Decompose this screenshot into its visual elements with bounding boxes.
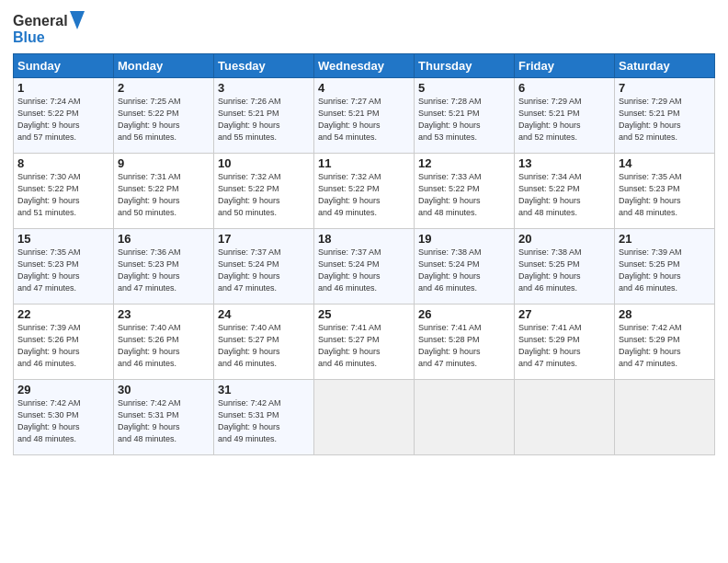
cell-info: Sunrise: 7:29 AMSunset: 5:21 PMDaylight:… — [518, 96, 610, 144]
calendar-week-row: 29Sunrise: 7:42 AMSunset: 5:30 PMDayligh… — [14, 380, 715, 455]
calendar-cell: 29Sunrise: 7:42 AMSunset: 5:30 PMDayligh… — [14, 380, 114, 455]
cell-info: Sunrise: 7:40 AMSunset: 5:26 PMDaylight:… — [118, 322, 210, 370]
day-number: 31 — [218, 383, 310, 396]
svg-text:General: General — [13, 13, 68, 29]
svg-marker-2 — [70, 11, 85, 29]
svg-text:Blue: Blue — [13, 29, 45, 45]
day-number: 26 — [418, 307, 510, 321]
cell-info: Sunrise: 7:35 AMSunset: 5:23 PMDaylight:… — [17, 247, 109, 294]
weekday-header-monday: Monday — [114, 54, 214, 78]
day-number: 22 — [17, 307, 109, 321]
logo: GeneralBlue — [13, 9, 86, 46]
calendar-cell — [515, 380, 615, 455]
day-number: 14 — [619, 156, 711, 170]
cell-info: Sunrise: 7:25 AMSunset: 5:22 PMDaylight:… — [118, 96, 210, 144]
calendar-cell: 20Sunrise: 7:38 AMSunset: 5:25 PMDayligh… — [515, 229, 615, 304]
day-number: 18 — [318, 232, 410, 246]
cell-info: Sunrise: 7:37 AMSunset: 5:24 PMDaylight:… — [318, 247, 410, 294]
cell-info: Sunrise: 7:41 AMSunset: 5:27 PMDaylight:… — [318, 322, 410, 370]
cell-info: Sunrise: 7:39 AMSunset: 5:26 PMDaylight:… — [17, 322, 109, 370]
calendar-cell — [415, 380, 515, 455]
calendar-week-row: 1Sunrise: 7:24 AMSunset: 5:22 PMDaylight… — [14, 78, 715, 154]
cell-info: Sunrise: 7:31 AMSunset: 5:22 PMDaylight:… — [118, 171, 210, 219]
calendar-week-row: 8Sunrise: 7:30 AMSunset: 5:22 PMDaylight… — [14, 154, 715, 229]
cell-info: Sunrise: 7:24 AMSunset: 5:22 PMDaylight:… — [17, 96, 109, 144]
day-number: 29 — [17, 383, 109, 396]
calendar-cell: 21Sunrise: 7:39 AMSunset: 5:25 PMDayligh… — [615, 229, 715, 304]
calendar-cell: 19Sunrise: 7:38 AMSunset: 5:24 PMDayligh… — [415, 229, 515, 304]
day-number: 16 — [118, 232, 210, 246]
cell-info: Sunrise: 7:39 AMSunset: 5:25 PMDaylight:… — [619, 247, 711, 294]
calendar-cell: 4Sunrise: 7:27 AMSunset: 5:21 PMDaylight… — [314, 78, 415, 154]
day-number: 5 — [418, 81, 510, 95]
calendar-cell: 12Sunrise: 7:33 AMSunset: 5:22 PMDayligh… — [415, 154, 515, 229]
calendar-cell: 9Sunrise: 7:31 AMSunset: 5:22 PMDaylight… — [114, 154, 214, 229]
calendar-cell: 5Sunrise: 7:28 AMSunset: 5:21 PMDaylight… — [415, 78, 515, 154]
weekday-header-tuesday: Tuesday — [214, 54, 314, 78]
cell-info: Sunrise: 7:34 AMSunset: 5:22 PMDaylight:… — [518, 171, 610, 219]
calendar-cell: 27Sunrise: 7:41 AMSunset: 5:29 PMDayligh… — [515, 304, 615, 380]
calendar-cell: 22Sunrise: 7:39 AMSunset: 5:26 PMDayligh… — [14, 304, 114, 380]
cell-info: Sunrise: 7:40 AMSunset: 5:27 PMDaylight:… — [218, 322, 310, 370]
cell-info: Sunrise: 7:29 AMSunset: 5:21 PMDaylight:… — [619, 96, 711, 144]
day-number: 28 — [619, 307, 711, 321]
calendar-cell: 13Sunrise: 7:34 AMSunset: 5:22 PMDayligh… — [515, 154, 615, 229]
day-number: 8 — [17, 156, 109, 170]
day-number: 24 — [218, 307, 310, 321]
calendar-cell: 10Sunrise: 7:32 AMSunset: 5:22 PMDayligh… — [214, 154, 314, 229]
calendar-table: SundayMondayTuesdayWednesdayThursdayFrid… — [13, 53, 715, 455]
calendar-cell: 8Sunrise: 7:30 AMSunset: 5:22 PMDaylight… — [14, 154, 114, 229]
day-number: 17 — [218, 232, 310, 246]
calendar-cell: 14Sunrise: 7:35 AMSunset: 5:23 PMDayligh… — [615, 154, 715, 229]
day-number: 19 — [418, 232, 510, 246]
cell-info: Sunrise: 7:27 AMSunset: 5:21 PMDaylight:… — [318, 96, 410, 144]
day-number: 9 — [118, 156, 210, 170]
day-number: 12 — [418, 156, 510, 170]
cell-info: Sunrise: 7:38 AMSunset: 5:25 PMDaylight:… — [518, 247, 610, 294]
cell-info: Sunrise: 7:38 AMSunset: 5:24 PMDaylight:… — [418, 247, 510, 294]
logo-icon: GeneralBlue — [13, 9, 86, 46]
calendar-cell: 18Sunrise: 7:37 AMSunset: 5:24 PMDayligh… — [314, 229, 415, 304]
calendar-cell: 17Sunrise: 7:37 AMSunset: 5:24 PMDayligh… — [214, 229, 314, 304]
day-number: 21 — [619, 232, 711, 246]
day-number: 25 — [318, 307, 410, 321]
weekday-header-sunday: Sunday — [14, 54, 114, 78]
calendar-cell: 30Sunrise: 7:42 AMSunset: 5:31 PMDayligh… — [114, 380, 214, 455]
cell-info: Sunrise: 7:41 AMSunset: 5:29 PMDaylight:… — [518, 322, 610, 370]
day-number: 27 — [518, 307, 610, 321]
cell-info: Sunrise: 7:36 AMSunset: 5:23 PMDaylight:… — [118, 247, 210, 294]
calendar-cell: 1Sunrise: 7:24 AMSunset: 5:22 PMDaylight… — [14, 78, 114, 154]
day-number: 10 — [218, 156, 310, 170]
day-number: 6 — [518, 81, 610, 95]
calendar-cell: 2Sunrise: 7:25 AMSunset: 5:22 PMDaylight… — [114, 78, 214, 154]
calendar-cell: 6Sunrise: 7:29 AMSunset: 5:21 PMDaylight… — [515, 78, 615, 154]
calendar-cell: 24Sunrise: 7:40 AMSunset: 5:27 PMDayligh… — [214, 304, 314, 380]
calendar-cell: 3Sunrise: 7:26 AMSunset: 5:21 PMDaylight… — [214, 78, 314, 154]
weekday-header-wednesday: Wednesday — [314, 54, 415, 78]
day-number: 7 — [619, 81, 711, 95]
cell-info: Sunrise: 7:37 AMSunset: 5:24 PMDaylight:… — [218, 247, 310, 294]
day-number: 3 — [218, 81, 310, 95]
day-number: 1 — [17, 81, 109, 95]
weekday-header-thursday: Thursday — [415, 54, 515, 78]
cell-info: Sunrise: 7:32 AMSunset: 5:22 PMDaylight:… — [218, 171, 310, 219]
weekday-header-saturday: Saturday — [615, 54, 715, 78]
calendar-cell: 23Sunrise: 7:40 AMSunset: 5:26 PMDayligh… — [114, 304, 214, 380]
header: GeneralBlue — [13, 9, 715, 46]
cell-info: Sunrise: 7:32 AMSunset: 5:22 PMDaylight:… — [318, 171, 410, 219]
day-number: 23 — [118, 307, 210, 321]
calendar-cell: 26Sunrise: 7:41 AMSunset: 5:28 PMDayligh… — [415, 304, 515, 380]
calendar-cell: 16Sunrise: 7:36 AMSunset: 5:23 PMDayligh… — [114, 229, 214, 304]
day-number: 11 — [318, 156, 410, 170]
calendar-cell — [615, 380, 715, 455]
calendar-cell — [314, 380, 415, 455]
cell-info: Sunrise: 7:42 AMSunset: 5:31 PMDaylight:… — [118, 397, 210, 445]
cell-info: Sunrise: 7:26 AMSunset: 5:21 PMDaylight:… — [218, 96, 310, 144]
calendar-cell: 11Sunrise: 7:32 AMSunset: 5:22 PMDayligh… — [314, 154, 415, 229]
day-number: 15 — [17, 232, 109, 246]
cell-info: Sunrise: 7:30 AMSunset: 5:22 PMDaylight:… — [17, 171, 109, 219]
cell-info: Sunrise: 7:35 AMSunset: 5:23 PMDaylight:… — [619, 171, 711, 219]
weekday-header-row: SundayMondayTuesdayWednesdayThursdayFrid… — [14, 54, 715, 78]
calendar-cell: 31Sunrise: 7:42 AMSunset: 5:31 PMDayligh… — [214, 380, 314, 455]
day-number: 13 — [518, 156, 610, 170]
